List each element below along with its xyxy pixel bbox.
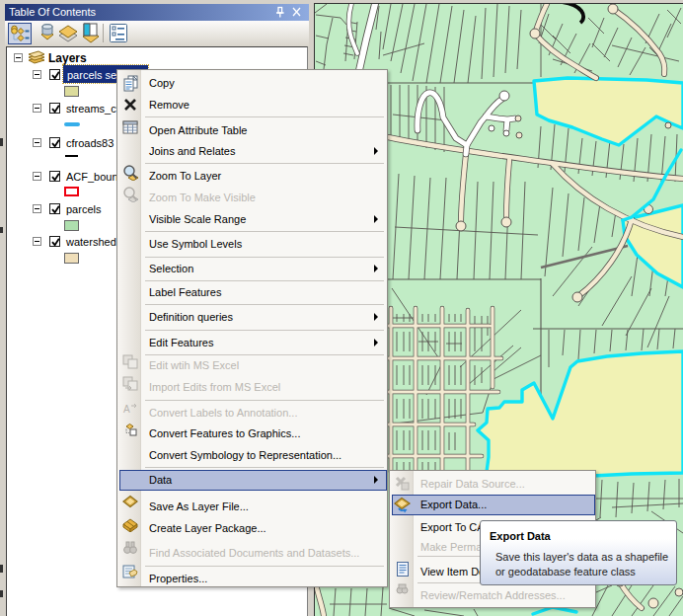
svg-text:A: A: [123, 404, 130, 415]
